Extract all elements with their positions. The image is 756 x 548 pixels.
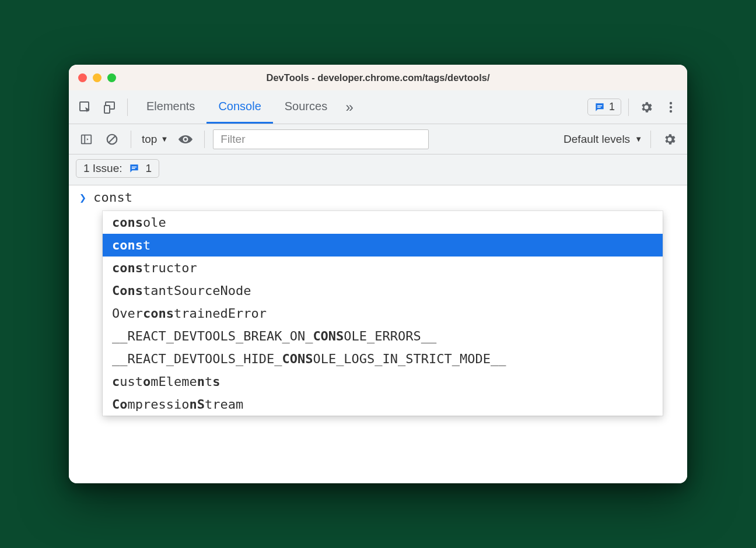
- divider: [204, 131, 205, 148]
- prompt-input-text: const: [93, 190, 132, 205]
- autocomplete-item[interactable]: __REACT_DEVTOOLS_BREAK_ON_CONSOLE_ERRORS…: [103, 325, 663, 347]
- levels-label: Default levels: [564, 133, 630, 146]
- autocomplete-item[interactable]: ConstantSourceNode: [103, 279, 663, 302]
- toggle-console-sidebar-icon[interactable]: [76, 129, 97, 150]
- svg-rect-2: [104, 106, 110, 113]
- prompt-arrow-icon: ❯: [79, 191, 86, 205]
- titlebar: DevTools - developer.chrome.com/tags/dev…: [69, 65, 687, 90]
- svg-point-12: [184, 138, 187, 140]
- chevron-down-icon: ▼: [635, 135, 642, 143]
- issues-badge-count: 1: [609, 101, 615, 113]
- execution-context-selector[interactable]: top ▼: [139, 133, 170, 146]
- live-expression-icon[interactable]: [175, 129, 196, 150]
- chat-icon: [594, 101, 606, 113]
- settings-icon[interactable]: [636, 97, 657, 118]
- autocomplete-popup: consoleconstconstructorConstantSourceNod…: [103, 211, 663, 416]
- svg-point-5: [670, 101, 672, 104]
- console-body: ❯ const consoleconstconstructorConstantS…: [69, 185, 687, 483]
- issue-bar-row: 1 Issue: 1: [69, 154, 687, 185]
- svg-rect-4: [597, 107, 601, 108]
- svg-rect-3: [597, 105, 602, 106]
- issue-bar-count: 1: [146, 162, 152, 175]
- traffic-lights: [78, 73, 116, 82]
- tab-console[interactable]: Console: [206, 90, 272, 124]
- autocomplete-item[interactable]: CompressionStream: [103, 393, 663, 416]
- autocomplete-item[interactable]: customElements: [103, 370, 663, 393]
- issues-badge[interactable]: 1: [587, 99, 621, 115]
- device-toolbar-icon[interactable]: [99, 97, 120, 118]
- divider: [127, 99, 128, 116]
- clear-console-icon[interactable]: [102, 129, 123, 150]
- devtools-window: DevTools - developer.chrome.com/tags/dev…: [69, 65, 687, 483]
- tab-sources[interactable]: Sources: [273, 90, 339, 124]
- divider: [650, 131, 651, 148]
- tab-elements[interactable]: Elements: [135, 90, 206, 124]
- divider: [628, 99, 629, 116]
- autocomplete-item[interactable]: const: [103, 234, 663, 257]
- autocomplete-item[interactable]: console: [103, 211, 663, 234]
- filter-input[interactable]: [213, 129, 429, 149]
- context-label: top: [142, 133, 157, 146]
- svg-line-11: [109, 136, 116, 142]
- svg-rect-8: [82, 135, 92, 143]
- more-tabs-icon[interactable]: »: [339, 97, 360, 118]
- autocomplete-item[interactable]: __REACT_DEVTOOLS_HIDE_CONSOLE_LOGS_IN_ST…: [103, 347, 663, 370]
- zoom-window-button[interactable]: [107, 73, 116, 82]
- svg-point-6: [670, 106, 672, 108]
- chevron-down-icon: ▼: [160, 135, 168, 143]
- svg-rect-14: [131, 168, 135, 169]
- autocomplete-item[interactable]: constructor: [103, 257, 663, 279]
- issue-bar[interactable]: 1 Issue: 1: [76, 159, 159, 178]
- autocomplete-item[interactable]: OverconstrainedError: [103, 302, 663, 325]
- console-toolbar: top ▼ Default levels ▼: [69, 124, 687, 154]
- main-toolbar: Elements Console Sources » 1: [69, 90, 687, 124]
- close-window-button[interactable]: [78, 73, 87, 82]
- divider: [131, 131, 131, 148]
- inspect-element-icon[interactable]: [75, 97, 96, 118]
- console-prompt[interactable]: ❯ const: [69, 185, 687, 208]
- window-title: DevTools - developer.chrome.com/tags/dev…: [69, 72, 687, 83]
- log-levels-selector[interactable]: Default levels ▼: [564, 133, 642, 146]
- panel-tabs: Elements Console Sources »: [135, 90, 360, 124]
- more-options-icon[interactable]: [660, 97, 681, 118]
- minimize-window-button[interactable]: [93, 73, 102, 82]
- chat-icon: [128, 163, 140, 174]
- console-settings-icon[interactable]: [659, 129, 680, 150]
- issue-bar-label: 1 Issue:: [83, 162, 123, 175]
- svg-rect-13: [131, 167, 136, 168]
- svg-point-7: [670, 110, 672, 112]
